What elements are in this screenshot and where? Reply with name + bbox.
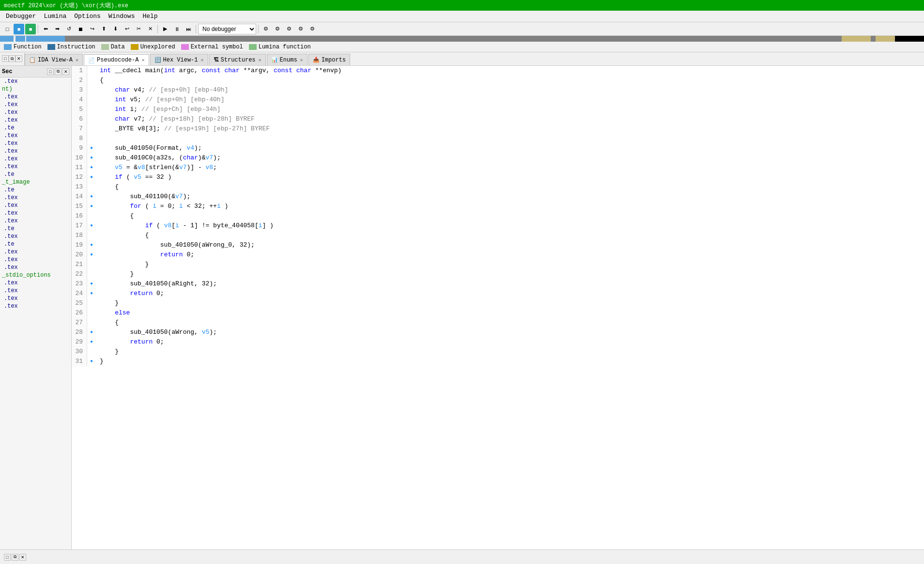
sidebar-item-19[interactable]: .tex [0,233,71,240]
toolbar-down[interactable]: ⬇ [110,24,121,34]
toolbar-run[interactable]: ▶ [160,24,170,34]
code-line-30: 30 } [72,347,924,357]
bottom-sidebar-min[interactable]: □ [4,554,11,561]
code-text-4: int v5; // [esp+0h] [ebp-40h] [96,95,224,105]
sidebar-item-15[interactable]: .tex [0,202,71,209]
sidebar-item-26[interactable]: .tex [0,295,71,302]
sidebar-item-21[interactable]: .tex [0,248,71,256]
nav-seg-code3[interactable] [26,36,65,42]
line-num-14: 14 [72,192,87,202]
sidebar-item-10[interactable]: .tex [0,155,71,163]
sidebar-item-22[interactable]: .tex [0,256,71,264]
legend-color-external [181,44,189,50]
nav-seg-code2[interactable] [15,36,25,42]
tab-close-struct[interactable]: ✕ [259,57,262,63]
nav-seg-tan[interactable] [842,36,871,42]
tab-ida-view-a[interactable]: 📋 IDA View-A ✕ [25,54,83,65]
toolbar-refresh[interactable]: ↺ [63,24,74,34]
sidebar-item-17[interactable]: .tex [0,217,71,225]
legend-label-external: External symbol [191,44,243,50]
sidebar-item-23[interactable]: .tex [0,264,71,271]
code-area[interactable]: 1 int __cdecl main(int argc, const char … [72,66,924,549]
code-text-14: sub_401100(&v7); [96,192,190,202]
toolbar-extra-2[interactable]: ⚙ [272,24,283,34]
code-text-12: if ( v5 == 32 ) [96,172,171,182]
menu-help[interactable]: Help [139,12,161,21]
menu-options[interactable]: Options [70,12,105,21]
sidebar-item-11[interactable]: .tex [0,163,71,171]
toolbar-step-over[interactable]: ↩ [122,24,132,34]
toolbar-sep-1 [38,25,38,33]
tab-enums[interactable]: 📊 Enums ✕ [267,54,308,65]
toolbar-btn-1[interactable]: □ [2,24,13,34]
sidebar-item-24[interactable]: .tex [0,279,71,287]
toolbar-back[interactable]: ⬅ [40,24,51,34]
menu-windows[interactable]: Windows [105,12,139,21]
tab-imports[interactable]: 📥 Imports [308,54,350,65]
sidebar-close-btn[interactable]: ✕ [15,55,22,62]
menu-debugger[interactable]: Debugger [2,12,40,21]
tab-pseudocode-a[interactable]: 📄 Pseudocode-A ✕ [84,54,149,66]
toolbar-forward[interactable]: ➡ [52,24,62,34]
tab-hex-view-1[interactable]: 🔢 Hex View-1 ✕ [150,54,208,65]
sidebar-item-18[interactable]: .te [0,225,71,233]
sidebar-item-20[interactable]: .te [0,240,71,248]
sidebar-item-2[interactable]: .tex [0,93,71,101]
sidebar-item-25[interactable]: .tex [0,287,71,295]
line-num-24: 24 [72,289,87,298]
bottom-sidebar-close[interactable]: ✕ [19,554,26,561]
line-num-25: 25 [72,298,87,308]
toolbar-pause[interactable]: ⏸ [171,24,182,34]
tab-close-pseudo[interactable]: ✕ [141,57,144,63]
line-num-6: 6 [72,114,87,124]
line-num-15: 15 [72,202,87,211]
toolbar-btn-3[interactable]: ■ [25,24,36,34]
toolbar-up[interactable]: ⬆ [98,24,109,34]
toolbar-stop[interactable]: ⏹ [75,24,86,34]
tab-close-enums[interactable]: ✕ [300,57,303,63]
sidebar-item-6[interactable]: .te [0,124,71,132]
toolbar-extra-5[interactable]: ⚙ [307,24,318,34]
menu-lumina[interactable]: Lumina [40,12,70,21]
toolbar-extra-4[interactable]: ⚙ [295,24,306,34]
tab-structures[interactable]: 🏗 Structures ✕ [209,54,266,65]
toolbar-btn-2[interactable]: ■ [14,24,24,34]
bp-12 [87,172,96,182]
sidebar-btn-close[interactable]: ✕ [62,68,69,75]
nav-seg-tan2[interactable] [876,36,895,42]
toolbar-extra-3[interactable]: ⚙ [284,24,294,34]
toolbar-cut[interactable]: ✂ [133,24,144,34]
code-line-8: 8 [72,134,924,143]
debugger-dropdown[interactable]: No debugger [198,24,256,34]
sidebar-item-3[interactable]: .tex [0,101,71,109]
sidebar-restore-btn[interactable]: □ [2,55,9,62]
sidebar-item-1[interactable]: .tex [0,78,71,85]
toolbar-close[interactable]: ✕ [145,24,155,34]
sidebar-item-16[interactable]: .tex [0,209,71,217]
code-line-29: 29 return 0; [72,337,924,347]
bottom-sidebar-float[interactable]: ⧉ [12,554,18,561]
nav-seg-gap4 [871,36,876,42]
sidebar-item-14[interactable]: .tex [0,194,71,202]
toolbar-jump[interactable]: ↪ [87,24,97,34]
sidebar-btn-min[interactable]: □ [47,68,54,75]
sidebar-item-9[interactable]: .tex [0,147,71,155]
sidebar-item-7[interactable]: .tex [0,132,71,140]
sidebar-item-27[interactable]: .tex [0,302,71,310]
code-line-18: 18 { [72,231,924,240]
sidebar-item-8[interactable]: .tex [0,140,71,147]
sidebar-item-13[interactable]: .te [0,186,71,194]
code-line-27: 27 { [72,318,924,328]
sidebar-float-btn[interactable]: ⧉ [9,55,15,62]
code-line-11: 11 v5 = &v8[strlen(&v7)] - v8; [72,163,924,172]
sidebar-item-4[interactable]: .tex [0,109,71,116]
sidebar-item-12[interactable]: .te [0,171,71,178]
sidebar-btn-float[interactable]: ⧉ [55,68,62,75]
nav-seg-code[interactable] [0,36,14,42]
code-text-30: } [96,347,119,357]
tab-close-ida[interactable]: ✕ [76,57,78,63]
tab-close-hex[interactable]: ✕ [201,57,204,63]
sidebar-item-5[interactable]: .tex [0,116,71,124]
toolbar-extra-1[interactable]: ⚙ [261,24,271,34]
toolbar-step[interactable]: ⏭ [183,24,194,34]
